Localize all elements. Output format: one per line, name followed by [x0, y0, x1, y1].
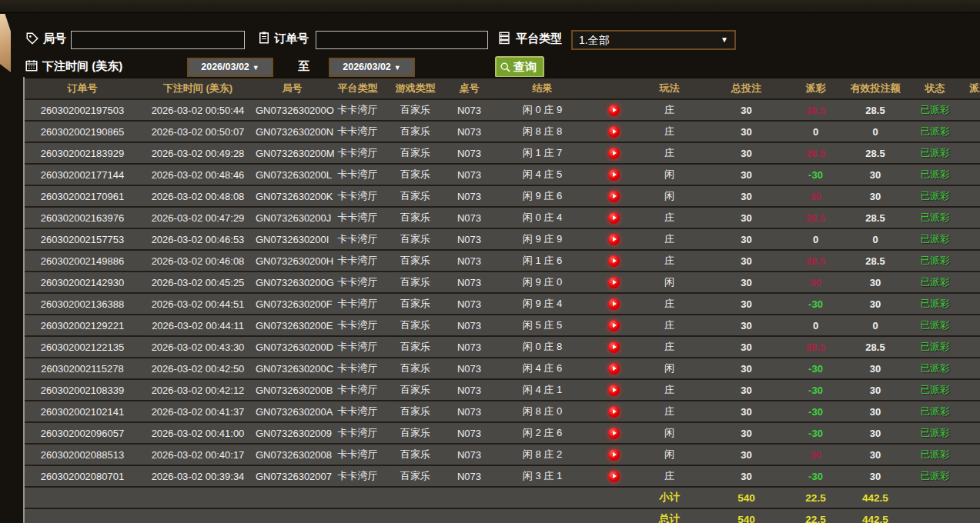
bet-time-cell: 2026-03-02 00:39:34 [140, 465, 256, 487]
platform-cell: 卡卡湾厅 [329, 315, 386, 336]
status-cell: 已派彩 [910, 121, 960, 142]
play-video-icon[interactable] [608, 191, 620, 202]
game-type-cell: 百家乐 [386, 228, 444, 250]
play-video-icon[interactable] [608, 234, 620, 245]
status-cell: 已派彩 [910, 207, 960, 228]
status-cell: 已派彩 [910, 358, 960, 379]
payout-time-cell [960, 401, 980, 422]
status-cell: 已派彩 [910, 315, 960, 336]
game-type-cell: 百家乐 [386, 164, 444, 185]
play-cell [590, 121, 637, 142]
date-from-picker[interactable]: 2026/03/02▼ [187, 58, 273, 77]
totals-spacer [25, 508, 637, 523]
play-video-icon[interactable] [608, 406, 620, 418]
status-cell: 已派彩 [910, 99, 960, 121]
round-no-cell: GN0732630200E [256, 315, 329, 336]
play-video-icon[interactable] [608, 428, 620, 439]
platform-cell: 卡卡湾厅 [329, 465, 386, 487]
play-video-icon[interactable] [608, 341, 620, 353]
play-video-icon[interactable] [608, 126, 620, 138]
valid-bet-cell: 30 [841, 164, 910, 185]
platform-type-select[interactable]: 1.全部 ▼ [571, 30, 736, 50]
play-video-icon[interactable] [608, 320, 620, 331]
game-type-cell: 百家乐 [386, 293, 444, 315]
play-video-icon[interactable] [608, 105, 620, 116]
payout-cell: -30 [791, 422, 841, 444]
play-video-icon[interactable] [608, 212, 620, 224]
status-cell: 已派彩 [910, 293, 960, 315]
clipboard-icon [257, 31, 271, 45]
total-bet-cell: 30 [702, 422, 791, 444]
round-no-cell: GN07326302008 [256, 444, 329, 465]
play-video-icon[interactable] [608, 148, 620, 159]
play-cell [590, 315, 637, 336]
filter-bar: 局号 订单号 平台类型 1.全部 ▼ 下注时间 (美东) 2026/03/02▼… [0, 12, 980, 77]
bet-time-cell: 2026-03-02 00:44:51 [140, 293, 256, 315]
platform-cell: 卡卡湾厅 [329, 185, 386, 207]
play-type-cell: 闲 [637, 422, 702, 444]
play-video-icon[interactable] [608, 169, 620, 181]
total-bet-cell: 30 [702, 379, 791, 401]
round-no-cell: GN0732630200I [256, 228, 329, 250]
order-no-input[interactable] [316, 31, 488, 49]
play-video-icon[interactable] [608, 298, 620, 310]
status-cell: 已派彩 [910, 422, 960, 444]
query-button[interactable]: 查询 [495, 56, 544, 78]
round-no-cell: GN0732630200F [256, 293, 329, 315]
round-no-input[interactable] [71, 31, 245, 49]
order-no-cell: 260302002197503 [25, 99, 140, 121]
table-row: 2603020020807012026-03-02 00:39:34GN0732… [25, 465, 980, 487]
round-no-cell: GN0732630200M [256, 142, 329, 164]
play-video-icon[interactable] [608, 449, 620, 461]
valid-bet-cell: 28.5 [841, 207, 910, 228]
result-cell: 闲 9 庄 6 [494, 185, 590, 207]
column-header: 玩法 [637, 78, 702, 99]
order-no-cell: 260302002108339 [25, 379, 140, 401]
order-no-cell: 260302002170961 [25, 185, 140, 207]
table-row: 2603020021292212026-03-02 00:44:11GN0732… [25, 315, 980, 336]
table-no-cell: N073 [444, 422, 494, 444]
payout-cell: 30 [791, 444, 841, 465]
payout-cell: -30 [791, 401, 841, 422]
bet-time-cell: 2026-03-02 00:50:07 [140, 121, 256, 142]
totals-label: 小计 [637, 487, 702, 508]
table-row: 2603020021221352026-03-02 00:43:30GN0732… [25, 336, 980, 358]
date-to-picker[interactable]: 2026/03/02▼ [329, 58, 415, 77]
round-no-cell: GN07326302007 [256, 465, 329, 487]
play-type-cell: 庄 [637, 228, 702, 250]
table-row: 2603020021975032026-03-02 00:50:44GN0732… [25, 99, 980, 121]
result-cell: 闲 0 庄 9 [494, 99, 590, 121]
game-type-cell: 百家乐 [386, 250, 444, 271]
play-video-icon[interactable] [608, 363, 620, 375]
table-no-cell: N073 [444, 164, 494, 185]
totals-status [910, 487, 960, 508]
game-type-cell: 百家乐 [386, 422, 444, 444]
result-cell: 闲 0 庄 8 [494, 336, 590, 358]
payout-time-cell [960, 271, 980, 293]
order-no-cell: 260302002096057 [25, 422, 140, 444]
result-cell: 闲 9 庄 9 [494, 228, 590, 250]
totals-total-bet: 540 [702, 487, 791, 508]
play-video-icon[interactable] [608, 385, 620, 396]
game-type-cell: 百家乐 [386, 315, 444, 336]
play-type-cell: 庄 [637, 379, 702, 401]
table-no-cell: N073 [444, 336, 494, 358]
table-no-cell: N073 [444, 142, 494, 164]
total-bet-cell: 30 [702, 465, 791, 487]
play-cell [590, 379, 637, 401]
date-from-value: 2026/03/02 [201, 62, 249, 72]
play-video-icon[interactable] [608, 471, 620, 482]
bet-time-cell: 2026-03-02 00:45:25 [140, 271, 256, 293]
total-bet-cell: 30 [702, 207, 791, 228]
play-type-cell: 闲 [637, 271, 702, 293]
grand-total-row: 总计54022.5442.5 [25, 508, 980, 523]
play-video-icon[interactable] [608, 277, 620, 288]
payout-cell: 28.5 [791, 99, 841, 121]
platform-cell: 卡卡湾厅 [329, 121, 386, 142]
play-video-icon[interactable] [608, 255, 620, 267]
table-no-cell: N073 [444, 121, 494, 142]
round-no-cell: GN07326302009 [256, 422, 329, 444]
play-cell [590, 465, 637, 487]
result-cell: 闲 8 庄 8 [494, 121, 590, 142]
bet-time-cell: 2026-03-02 00:44:11 [140, 315, 256, 336]
